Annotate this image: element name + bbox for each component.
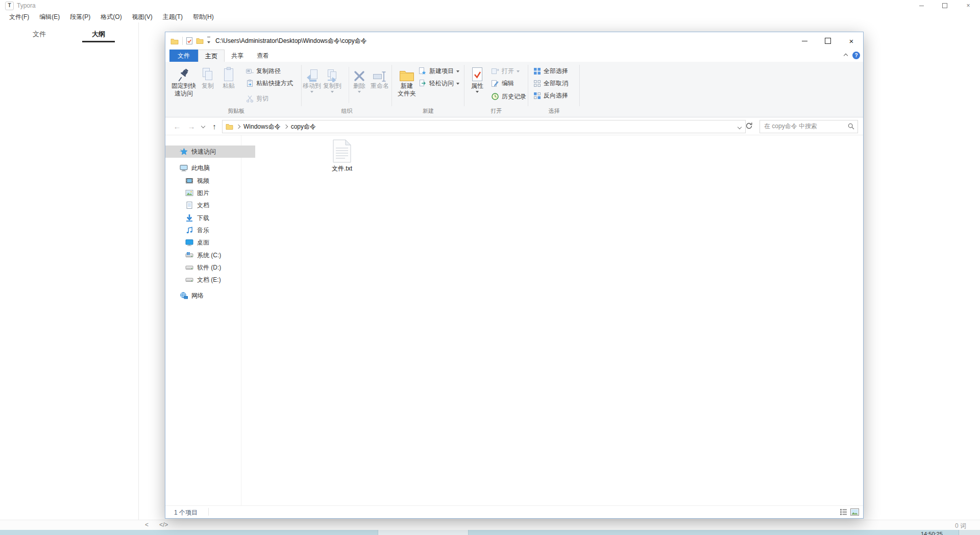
search-input[interactable] <box>760 120 850 132</box>
typora-window-title: Typora <box>17 2 36 9</box>
paste-icon <box>223 65 235 82</box>
file-list-area[interactable]: 文件.txt <box>241 135 863 506</box>
properties-button[interactable]: 属性 <box>465 63 489 93</box>
easy-access-caret <box>456 83 459 85</box>
history-icon <box>491 92 499 101</box>
typora-minimize-button[interactable] <box>910 0 933 11</box>
new-item-icon <box>419 67 427 75</box>
tab-home[interactable]: 主页 <box>198 50 225 62</box>
address-dropdown-button[interactable] <box>738 123 741 130</box>
new-item-caret <box>456 70 459 72</box>
history-button[interactable]: 历史记录 <box>491 91 526 102</box>
new-folder-button[interactable]: 新建 文件夹 <box>393 63 421 98</box>
file-item[interactable]: 文件.txt <box>323 139 361 173</box>
copy-button[interactable]: 复制 <box>197 63 218 90</box>
select-none-button[interactable]: 全部取消 <box>533 78 568 88</box>
typora-sidebar <box>0 22 139 520</box>
move-to-caret <box>310 91 313 93</box>
typora-maximize-button[interactable] <box>933 0 957 11</box>
rename-button[interactable]: 重命名 <box>368 63 391 90</box>
explorer-close-button[interactable]: × <box>840 32 863 50</box>
copy-path-button[interactable]: 复制路径 <box>246 66 281 76</box>
tab-file[interactable]: 文件 <box>169 50 198 62</box>
pin-to-quick-access-button[interactable]: 固定到快 速访问 <box>170 63 197 98</box>
drive-c-icon <box>185 251 193 259</box>
qat-properties-icon[interactable] <box>186 37 192 44</box>
typora-statusbar: < </> 0 词 <box>0 520 980 530</box>
crumb-chevron-icon[interactable] <box>236 125 240 129</box>
properties-icon <box>471 65 484 82</box>
typora-menu-themes[interactable]: 主题(T) <box>158 11 188 22</box>
status-separator <box>208 508 209 516</box>
copy-to-icon <box>326 65 339 82</box>
paste-shortcut-icon <box>246 80 254 87</box>
select-all-button[interactable]: 全部选择 <box>533 66 568 76</box>
network-icon <box>180 291 188 300</box>
crumb-chevron-icon[interactable] <box>283 125 287 129</box>
inner-separator <box>349 67 349 103</box>
qat-customize-caret[interactable] <box>207 37 210 45</box>
details-view-button[interactable] <box>840 508 847 517</box>
new-item-button[interactable]: 新建项目 <box>419 66 459 76</box>
file-name: 文件.txt <box>332 164 352 173</box>
typora-tab-files[interactable]: 文件 <box>23 30 56 39</box>
typora-menu-file[interactable]: 文件(F) <box>4 11 34 22</box>
easy-access-button[interactable]: 轻松访问 <box>419 78 459 88</box>
invert-selection-icon <box>533 92 541 100</box>
qat-new-folder-icon[interactable] <box>196 38 204 44</box>
pin-icon <box>177 65 190 82</box>
tab-view[interactable]: 查看 <box>250 50 276 62</box>
delete-caret <box>358 91 361 93</box>
copy-to-button[interactable]: 复制到 <box>322 63 342 93</box>
documents-icon <box>185 201 193 209</box>
explorer-minimize-button[interactable] <box>793 32 816 50</box>
sidebar-toggle-icon[interactable]: < <box>145 521 149 528</box>
explorer-maximize-button[interactable] <box>816 32 840 50</box>
recent-locations-button[interactable] <box>199 120 207 132</box>
tab-share[interactable]: 共享 <box>225 50 250 62</box>
invert-selection-button[interactable]: 反向选择 <box>533 90 568 101</box>
new-folder-icon <box>399 65 414 82</box>
ribbon-tabs: 文件 主页 共享 查看 ? <box>165 50 863 62</box>
address-folder-icon <box>226 124 233 130</box>
ribbon-group-clipboard: 固定到快 速访问 复制 粘贴 复制路径 粘贴快捷方式 <box>170 62 302 116</box>
desktop-icon <box>185 238 193 247</box>
refresh-button[interactable] <box>745 122 753 131</box>
typora-menu-help[interactable]: 帮助(H) <box>188 11 219 22</box>
large-icons-view-button[interactable] <box>850 508 859 517</box>
properties-caret <box>476 91 479 93</box>
back-button[interactable]: ← <box>172 120 183 132</box>
open-button[interactable]: 打开 <box>491 66 520 76</box>
paste-shortcut-button[interactable]: 粘贴快捷方式 <box>246 78 293 88</box>
typora-menu-view[interactable]: 视图(V) <box>127 11 158 22</box>
drive-d-icon <box>185 263 193 272</box>
delete-button[interactable]: 删除 <box>351 63 368 93</box>
breadcrumb-current[interactable]: copy命令 <box>291 123 316 131</box>
typora-active-tab-underline <box>82 41 115 42</box>
select-none-icon <box>533 80 541 87</box>
chevron-down-icon <box>738 125 742 129</box>
taskbar-right-segment <box>959 530 980 535</box>
typora-menu-edit[interactable]: 编辑(E) <box>34 11 65 22</box>
paste-button[interactable]: 粘贴 <box>218 63 239 90</box>
cut-button[interactable]: 剪切 <box>246 93 268 104</box>
breadcrumb-parent[interactable]: Windows命令 <box>243 123 281 131</box>
refresh-icon <box>745 122 753 130</box>
source-code-mode-icon[interactable]: </> <box>159 521 168 528</box>
edit-button[interactable]: 编辑 <box>491 78 514 88</box>
search-icon[interactable] <box>848 123 854 131</box>
help-button[interactable]: ? <box>852 52 860 59</box>
typora-menu-paragraph[interactable]: 段落(P) <box>65 11 95 22</box>
typora-close-button[interactable]: × <box>957 0 980 11</box>
rename-icon <box>373 65 387 82</box>
typora-menu-format[interactable]: 格式(O) <box>95 11 127 22</box>
group-label-new: 新建 <box>392 107 464 115</box>
ribbon-collapse-icon[interactable] <box>844 53 848 57</box>
move-to-button[interactable]: 移动到 <box>302 63 322 93</box>
pictures-icon <box>185 189 193 197</box>
forward-button[interactable]: → <box>186 120 197 132</box>
copy-path-icon <box>246 68 254 75</box>
typora-tab-outline[interactable]: 大纲 <box>82 30 115 39</box>
address-bar[interactable]: Windows命令 copy命令 <box>222 120 746 133</box>
up-button[interactable]: ↑ <box>209 120 219 132</box>
